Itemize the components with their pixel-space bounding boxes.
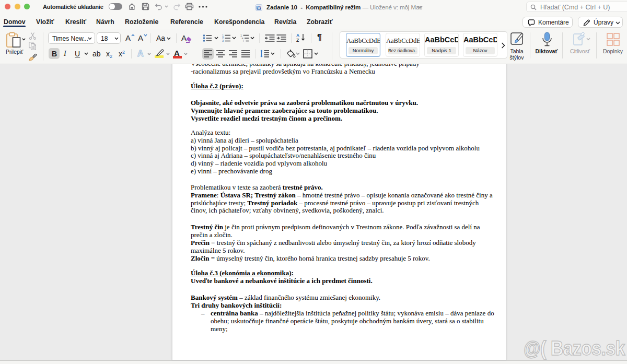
svg-text:3: 3	[222, 39, 224, 42]
svg-text:i: i	[243, 39, 243, 42]
svg-text:W: W	[257, 6, 261, 9]
svg-text:Z: Z	[296, 38, 299, 43]
